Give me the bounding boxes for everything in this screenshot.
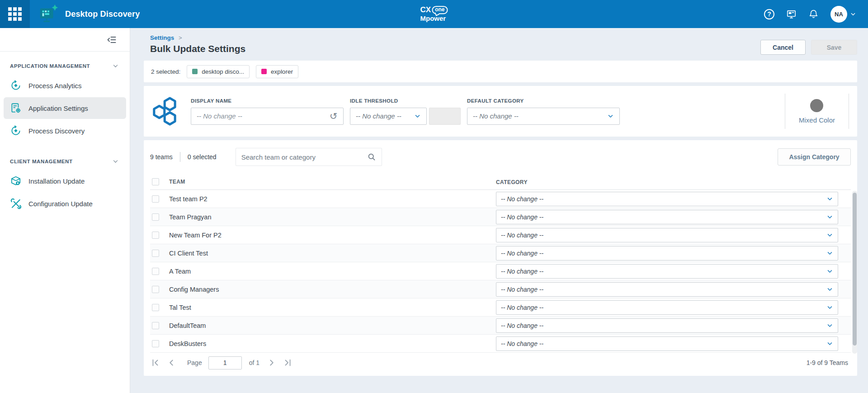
assign-category-button[interactable]: Assign Category <box>778 148 851 166</box>
default-category-select[interactable]: -- No change -- <box>467 108 620 125</box>
row-category-select[interactable]: -- No change -- <box>496 228 838 242</box>
display-name-input[interactable] <box>197 112 326 120</box>
row-category-value: -- No change -- <box>501 195 543 203</box>
row-checkbox[interactable] <box>152 213 159 221</box>
sidebar-section-application-management[interactable]: APPLICATION MANAGEMENT <box>0 52 130 74</box>
row-checkbox[interactable] <box>152 250 159 257</box>
row-category-select[interactable]: -- No change -- <box>496 192 838 206</box>
row-checkbox[interactable] <box>152 304 159 311</box>
row-category-select[interactable]: -- No change -- <box>496 336 838 351</box>
row-category-value: -- No change -- <box>501 232 543 239</box>
sidebar-section-client-management[interactable]: CLIENT MANAGEMENT <box>0 142 130 169</box>
chevron-down-icon <box>607 113 614 119</box>
row-checkbox[interactable] <box>152 286 159 293</box>
next-page-icon[interactable] <box>267 358 277 368</box>
sidebar-item-label: Configuration Update <box>28 200 93 208</box>
search-input[interactable] <box>241 153 367 161</box>
announcements-icon[interactable] <box>786 9 797 19</box>
table-row: New Team For P2 -- No change -- <box>150 226 851 244</box>
sidebar-item-configuration-update[interactable]: Configuration Update <box>4 193 126 214</box>
row-checkbox[interactable] <box>152 340 159 347</box>
teams-table-card: 9 teams 0 selected Assign Category TEAM … <box>144 140 857 376</box>
chip-desktop-discovery[interactable]: desktop disco... <box>187 65 250 78</box>
team-name: Tal Test <box>169 304 191 311</box>
cancel-button[interactable]: Cancel <box>760 40 806 55</box>
team-rows: Test team P2 -- No change -- Team Pragya… <box>150 190 851 353</box>
category-column-header: CATEGORY <box>496 179 528 185</box>
page-label: Page <box>187 359 202 366</box>
waffle-icon <box>8 7 22 21</box>
sidebar-item-application-settings[interactable]: Application Settings <box>4 97 126 119</box>
table-header: TEAM CATEGORY <box>150 174 851 190</box>
chevron-down-icon <box>826 195 833 202</box>
save-button[interactable]: Save <box>811 40 857 55</box>
teams-count: 9 teams <box>150 153 173 161</box>
search-box <box>236 148 382 166</box>
search-icon[interactable] <box>367 152 376 161</box>
chip-label: desktop disco... <box>202 68 244 75</box>
sidebar-item-label: Process Analytics <box>28 82 82 90</box>
chevron-down-icon <box>826 268 833 275</box>
row-category-select[interactable]: -- No change -- <box>496 282 838 297</box>
brand-cx: CX <box>420 6 431 14</box>
sidebar-item-process-analytics[interactable]: Process Analytics <box>4 75 126 96</box>
app-launcher-button[interactable] <box>0 0 30 28</box>
help-icon[interactable]: ? <box>764 9 774 19</box>
row-category-select[interactable]: -- No change -- <box>496 246 838 260</box>
section-label: CLIENT MANAGEMENT <box>10 159 73 164</box>
application-settings-icon <box>10 102 22 114</box>
row-category-select[interactable]: -- No change -- <box>496 318 838 333</box>
chip-explorer[interactable]: explorer <box>256 65 298 78</box>
table-row: DefaultTeam -- No change -- <box>150 317 851 335</box>
sidebar-item-label: Installation Update <box>28 177 85 185</box>
avatar[interactable]: NA <box>830 6 847 23</box>
page-number-input[interactable] <box>208 356 242 369</box>
collapse-sidebar-icon[interactable] <box>106 34 117 45</box>
user-menu[interactable]: NA <box>830 6 856 23</box>
main-content: Settings > Bulk Update Settings Cancel S… <box>130 28 868 393</box>
table-row: A Team -- No change -- <box>150 262 851 280</box>
mixed-color-picker: Mixed Color <box>785 94 849 129</box>
sidebar-item-process-discovery[interactable]: Process Discovery <box>4 120 126 142</box>
chevron-down-icon <box>826 322 833 329</box>
row-category-select[interactable]: -- No change -- <box>496 264 838 279</box>
default-category-value: -- No change -- <box>473 112 519 120</box>
breadcrumb: Settings > <box>150 34 857 41</box>
color-circle[interactable] <box>810 99 823 112</box>
row-checkbox[interactable] <box>152 322 159 329</box>
table-row: DeskBusters -- No change -- <box>150 335 851 353</box>
pagination: Page of 1 1-9 of 9 Teams <box>150 353 851 373</box>
divider <box>180 152 180 162</box>
row-checkbox[interactable] <box>152 268 159 275</box>
idle-threshold-select[interactable]: -- No change -- <box>350 108 427 125</box>
sidebar: APPLICATION MANAGEMENT Process Analytics… <box>0 28 130 393</box>
team-name: A Team <box>169 268 191 275</box>
first-page-icon[interactable] <box>150 358 160 368</box>
row-checkbox[interactable] <box>152 232 159 239</box>
scrollbar-thumb[interactable] <box>853 193 857 346</box>
notifications-bell-icon[interactable] <box>808 9 819 19</box>
process-discovery-icon <box>10 125 22 137</box>
brand-mpower: Mpower <box>420 15 448 22</box>
chip-label: explorer <box>271 68 293 75</box>
last-page-icon[interactable] <box>283 358 293 368</box>
sidebar-item-label: Process Discovery <box>28 127 85 135</box>
chevron-down-icon <box>826 304 833 311</box>
section-label: APPLICATION MANAGEMENT <box>10 63 90 69</box>
select-all-checkbox[interactable] <box>152 178 159 185</box>
row-category-select[interactable]: -- No change -- <box>496 210 838 224</box>
bulk-update-form: DISPLAY NAME ↻ IDLE THRESHOLD -- No chan… <box>144 86 857 137</box>
previous-page-icon[interactable] <box>166 358 176 368</box>
row-checkbox[interactable] <box>152 195 159 203</box>
range-label: 1-9 of 9 Teams <box>807 359 851 366</box>
applications-hexagons-icon <box>152 97 177 126</box>
row-category-value: -- No change -- <box>501 213 543 221</box>
sidebar-item-installation-update[interactable]: Installation Update <box>4 170 126 192</box>
reset-icon[interactable]: ↻ <box>330 111 338 121</box>
cxone-mpower-logo: CX one Mpower <box>420 6 448 22</box>
row-category-value: -- No change -- <box>501 286 543 293</box>
default-category-label: DEFAULT CATEGORY <box>467 98 620 104</box>
row-category-select[interactable]: -- No change -- <box>496 300 838 315</box>
row-category-value: -- No change -- <box>501 340 543 347</box>
breadcrumb-settings-link[interactable]: Settings <box>150 34 174 41</box>
